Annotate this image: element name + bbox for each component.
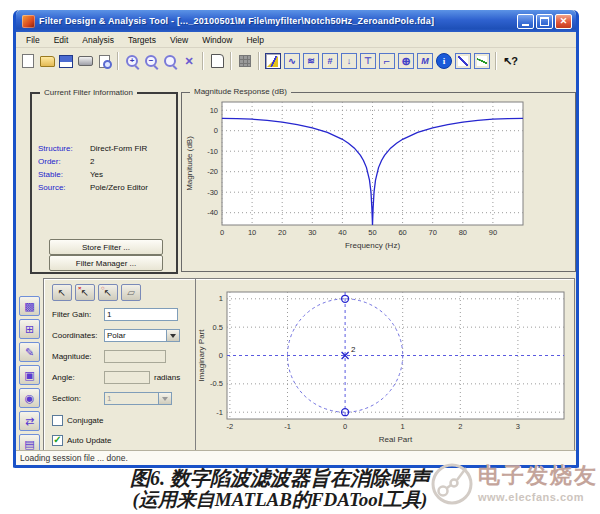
magnitude-and-phase-icon[interactable] [303,53,319,69]
magnitude-estimate-icon[interactable] [455,53,471,69]
filter-info-row: Order: 2 [38,155,172,168]
svg-text:-10: -10 [207,147,218,156]
zoom-in-icon[interactable] [123,52,141,71]
svg-text:-2: -2 [227,422,234,431]
order-value: 2 [90,155,94,168]
coordinates-select[interactable]: Polar [104,329,180,342]
step-response-icon[interactable] [379,53,395,69]
multirate-filter-icon[interactable]: ◉ [19,388,40,408]
toolbar-separator [258,52,260,70]
svg-text:80: 80 [459,228,467,237]
zoom-out-icon[interactable] [142,52,160,71]
menu-analysis[interactable]: Analysis [75,35,121,45]
phase-delay-icon[interactable] [341,53,357,69]
auto-update-checkbox[interactable] [52,435,63,446]
angle-label: Angle: [52,373,104,382]
svg-text:-40: -40 [207,208,218,217]
watermark-url: www.elecfans.com [478,491,584,503]
pole-zero-plot[interactable]: -1-0.500.51-2-101232Real PartImaginary P… [196,279,573,459]
close-button[interactable] [555,14,572,29]
window-controls [517,14,572,29]
menu-targets[interactable]: Targets [121,35,163,45]
angle-unit-label: radians [154,373,180,382]
panel-title: Current Filter Information [40,88,137,97]
conjugate-checkbox[interactable] [52,415,63,426]
status-text: Loading session file ... done. [20,453,128,463]
filter-coefficients-icon[interactable] [417,53,433,69]
stable-value: Yes [90,168,103,181]
toolbar-separator [202,52,204,70]
pole-zero-plot-icon[interactable] [398,53,414,69]
auto-update-row: Auto Update [52,435,111,446]
open-session-icon[interactable] [38,52,56,71]
angle-row: Angle: radians [52,371,180,384]
auto-update-label: Auto Update [67,436,111,445]
watermark: 电子发烧友 www.elecfans.com [428,458,598,506]
magnitude-response-panel: Magnitude Response (dB) 100-10-20-30-400… [181,92,576,272]
svg-text:70: 70 [429,228,437,237]
toolbar-separator [117,52,119,70]
current-filter-information-panel: Current Filter Information Structure: Di… [30,92,178,274]
svg-text:0: 0 [220,228,224,237]
section-label: Section: [52,394,104,403]
svg-text:0.5: 0.5 [213,323,223,332]
svg-text:1: 1 [219,294,223,303]
chevron-down-icon[interactable] [158,393,171,404]
client-area: Current Filter Information Structure: Di… [16,74,576,450]
svg-text:-0.5: -0.5 [210,379,223,388]
new-session-icon[interactable] [19,52,37,71]
toolbar [16,48,576,75]
store-filter-button[interactable]: Store Filter ... [49,239,163,255]
delete-pole-zero-button[interactable]: ▱ [121,284,141,301]
section-row: Section: 1 [52,392,172,405]
menu-help[interactable]: Help [239,35,270,45]
magnitude-response-icon[interactable] [265,53,281,69]
new-filter-icon[interactable] [208,52,226,71]
svg-text:0: 0 [219,351,223,360]
phase-response-icon[interactable] [284,53,300,69]
pole-zero-editor-icon[interactable]: ✎ [19,342,40,362]
magnitude-input[interactable] [104,350,166,363]
minimize-button[interactable] [517,14,534,29]
full-view-icon[interactable] [180,52,198,71]
maximize-button[interactable] [536,14,553,29]
restore-default-view-icon[interactable] [161,52,179,71]
round-off-noise-icon[interactable] [474,53,490,69]
angle-input[interactable] [104,371,150,384]
left-sidebar: ▩ ⊞ ✎ ▣ ◉ ⇄ ▤ [19,296,43,457]
filter-info-row: Stable: Yes [38,168,172,181]
pole-zero-edit-controls: ↖ ↖× ↖○ ▱ Filter Gain: Coordinates: Pola… [44,279,195,463]
move-pole-zero-button[interactable]: ↖ [52,284,72,301]
watermark-name: 电子发烧友 [478,461,598,491]
add-pole-button[interactable]: ↖× [75,284,95,301]
magnitude-label: Magnitude: [52,352,104,361]
coordinates-label: Coordinates: [52,331,104,340]
filter-manager-button[interactable]: Filter Manager ... [49,255,163,271]
menu-file[interactable]: File [19,35,47,45]
add-zero-button[interactable]: ↖○ [98,284,118,301]
svg-text:60: 60 [398,228,406,237]
filter-information-icon[interactable] [436,53,452,69]
filter-specifications-icon[interactable] [236,52,254,71]
group-delay-icon[interactable] [322,53,338,69]
chevron-down-icon[interactable] [166,330,179,341]
filter-gain-input[interactable] [104,308,178,321]
set-quantization-parameters-icon[interactable]: ▩ [19,296,40,316]
title-bar[interactable]: Filter Design & Analysis Tool - [..._201… [16,10,576,32]
save-session-icon[interactable] [57,52,75,71]
import-filter-icon[interactable]: ▣ [19,365,40,385]
menu-edit[interactable]: Edit [47,35,76,45]
conjugate-label: Conjugate [67,416,103,425]
realize-model-icon[interactable]: ⇄ [19,411,40,431]
section-select[interactable]: 1 [104,392,172,405]
whats-this-help-icon[interactable] [501,52,519,71]
print-icon[interactable] [76,52,94,71]
pole-zero-editor-panel: ↖ ↖× ↖○ ▱ Filter Gain: Coordinates: Pola… [43,278,575,464]
impulse-response-icon[interactable] [360,53,376,69]
magnitude-response-plot: 100-10-20-30-400102030405060708090Freque… [182,93,571,261]
print-preview-icon[interactable] [95,52,113,71]
transform-filter-icon[interactable]: ⊞ [19,319,40,339]
menu-view[interactable]: View [163,35,195,45]
svg-text:1: 1 [401,422,405,431]
menu-window[interactable]: Window [195,35,239,45]
